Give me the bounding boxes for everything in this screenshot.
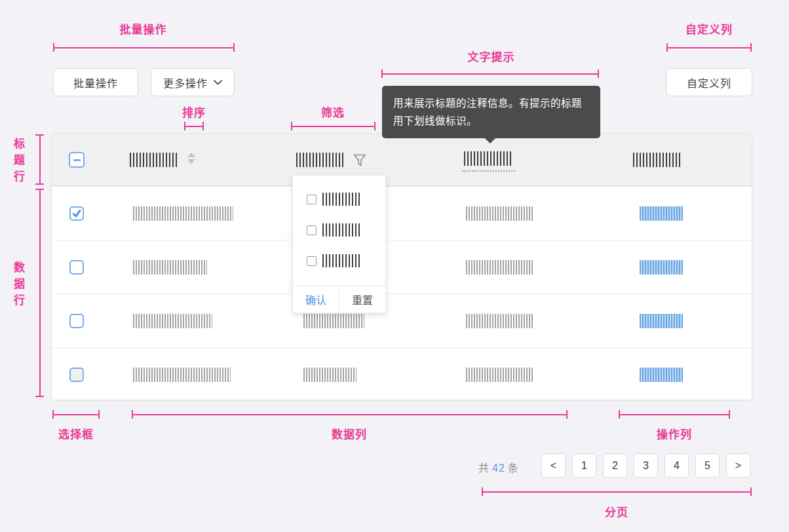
pagination-prev-button[interactable]: < (541, 453, 566, 478)
annotation-action-column: 操作列 (635, 425, 714, 442)
batch-operations-bracket (53, 43, 235, 52)
check-icon (71, 208, 82, 219)
cell-placeholder (466, 314, 533, 328)
tooltip-popup: 用来展示标题的注释信息。有提示的标题用下划线做标识。 (382, 86, 600, 138)
annotation-checkbox: 选择框 (43, 425, 109, 442)
cell-placeholder (466, 368, 533, 382)
checkbox-column-bracket (52, 410, 100, 419)
annotation-data-columns: 数据列 (310, 425, 389, 442)
data-columns-bracket (132, 410, 568, 419)
filter-options (307, 193, 362, 267)
cell-placeholder (133, 314, 212, 328)
filter-confirm-button[interactable]: 确认 (293, 286, 339, 313)
cell-placeholder (133, 206, 233, 221)
action-link-placeholder[interactable] (640, 314, 683, 328)
cell-placeholder (133, 260, 207, 275)
pagination-next-button[interactable]: > (726, 453, 750, 478)
cell-placeholder (466, 260, 533, 275)
filter-funnel-icon[interactable] (352, 153, 368, 168)
column-title-placeholder-with-tip[interactable] (464, 151, 513, 166)
data-rows-bracket (35, 189, 44, 397)
column-title-placeholder (296, 153, 345, 167)
pagination-page-1[interactable]: 1 (572, 453, 596, 478)
filter-footer: 确认 重置 (293, 286, 385, 313)
annotation-text-tooltip: 文字提示 (382, 48, 600, 64)
custom-columns-button-label: 自定义列 (687, 75, 731, 90)
custom-columns-button[interactable]: 自定义列 (666, 68, 752, 96)
table-header-row (52, 134, 752, 186)
filter-option-checkbox[interactable] (307, 195, 317, 204)
total-prefix: 共 (478, 463, 490, 474)
cell-placeholder (303, 368, 356, 382)
annotation-filter: 筛选 (307, 104, 359, 120)
pagination-page-3[interactable]: 3 (634, 453, 658, 478)
filter-dropdown: 确认 重置 (292, 175, 386, 313)
action-link-placeholder[interactable] (640, 368, 683, 382)
filter-reset-button[interactable]: 重置 (339, 286, 385, 313)
pagination-page-4[interactable]: 4 (664, 453, 689, 478)
filter-option[interactable] (307, 193, 362, 206)
cell-placeholder (133, 368, 231, 382)
filter-option-checkbox[interactable] (307, 225, 317, 235)
chevron-down-icon (214, 80, 222, 85)
sort-icon[interactable] (187, 153, 195, 164)
row-checkbox-checked[interactable] (69, 206, 84, 221)
pagination-total: 共42条 (478, 459, 519, 475)
table-row (52, 240, 752, 294)
table-row (52, 347, 752, 400)
annotation-data-rows: 数据行 (12, 261, 24, 311)
total-count: 42 (492, 463, 505, 474)
tooltip-text: 用来展示标题的注释信息。有提示的标题用下划线做标识。 (393, 98, 582, 126)
sort-bracket (184, 122, 204, 130)
action-link-placeholder[interactable] (640, 260, 683, 275)
cell-placeholder (466, 206, 533, 221)
filter-bracket (291, 122, 375, 130)
pagination-bracket (482, 487, 752, 496)
more-operations-button-label: 更多操作 (163, 75, 208, 90)
indeterminate-mark (73, 159, 81, 161)
tooltip-arrow (485, 138, 495, 149)
annotation-custom-columns: 自定义列 (666, 20, 752, 37)
header-row-bracket (35, 134, 44, 185)
pagination-page-2[interactable]: 2 (603, 453, 627, 478)
row-checkbox[interactable] (69, 260, 84, 275)
pagination-page-5[interactable]: 5 (695, 453, 720, 478)
batch-operation-button[interactable]: 批量操作 (53, 68, 138, 96)
row-checkbox[interactable] (69, 314, 84, 328)
tooltip-underline (462, 170, 515, 172)
annotation-batch-operations: 批量操作 (52, 20, 234, 37)
annotation-header-row: 标题行 (12, 138, 24, 187)
cell-placeholder (303, 314, 364, 328)
row-checkbox[interactable] (69, 368, 84, 382)
total-suffix: 条 (508, 463, 519, 474)
filter-option-label-placeholder (322, 254, 362, 267)
column-title-placeholder (130, 153, 179, 167)
action-column-bracket (619, 410, 730, 419)
custom-columns-bracket (666, 43, 752, 52)
annotation-sort: 排序 (168, 104, 220, 120)
action-link-placeholder[interactable] (640, 206, 683, 221)
filter-option[interactable] (307, 254, 362, 267)
filter-option[interactable] (307, 223, 362, 237)
batch-operation-button-label: 批量操作 (73, 75, 118, 90)
table (51, 133, 752, 400)
filter-option-checkbox[interactable] (307, 256, 317, 266)
filter-option-label-placeholder (322, 223, 362, 237)
text-tooltip-bracket (381, 69, 599, 78)
table-spec-canvas: 批量操作 批量操作 更多操作 自定义列 自定义列 文字提示 用来展示标题的注释信… (0, 0, 789, 532)
column-title-placeholder (633, 153, 682, 167)
table-row (52, 186, 752, 240)
table-row (52, 294, 752, 347)
annotation-pagination: 分页 (574, 503, 659, 520)
filter-option-label-placeholder (322, 193, 362, 206)
select-all-checkbox[interactable] (69, 152, 85, 168)
more-operations-button[interactable]: 更多操作 (151, 68, 235, 96)
